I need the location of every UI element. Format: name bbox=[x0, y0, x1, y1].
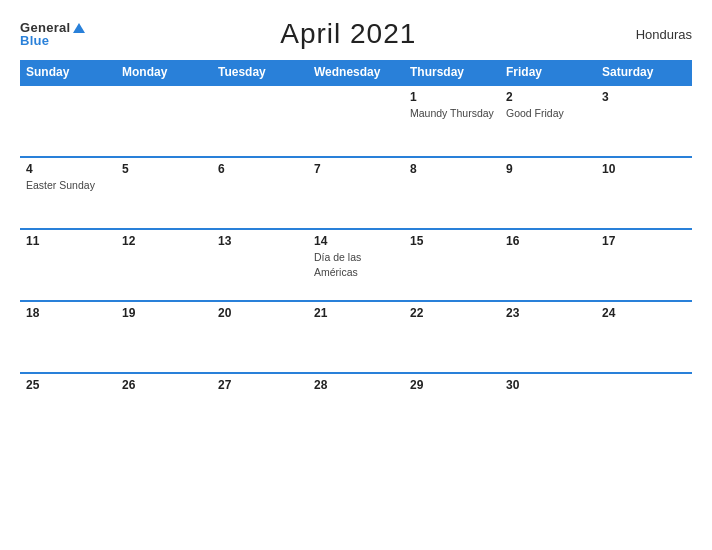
table-row: 9 bbox=[500, 157, 596, 229]
col-friday: Friday bbox=[500, 60, 596, 85]
col-sunday: Sunday bbox=[20, 60, 116, 85]
table-row: 12 bbox=[116, 229, 212, 301]
table-row: 2Good Friday bbox=[500, 85, 596, 157]
day-number: 25 bbox=[26, 378, 110, 392]
day-number: 11 bbox=[26, 234, 110, 248]
day-number: 28 bbox=[314, 378, 398, 392]
table-row bbox=[212, 85, 308, 157]
calendar-header: General Blue April 2021 Honduras bbox=[20, 18, 692, 50]
table-row: 4Easter Sunday bbox=[20, 157, 116, 229]
table-row: 30 bbox=[500, 373, 596, 445]
country-label: Honduras bbox=[612, 27, 692, 42]
table-row: 20 bbox=[212, 301, 308, 373]
day-number: 17 bbox=[602, 234, 686, 248]
day-number: 12 bbox=[122, 234, 206, 248]
day-number: 9 bbox=[506, 162, 590, 176]
day-number: 15 bbox=[410, 234, 494, 248]
table-row: 19 bbox=[116, 301, 212, 373]
col-wednesday: Wednesday bbox=[308, 60, 404, 85]
day-event: Día de las Américas bbox=[314, 251, 361, 278]
table-row bbox=[596, 373, 692, 445]
calendar-table: Sunday Monday Tuesday Wednesday Thursday… bbox=[20, 60, 692, 445]
day-number: 24 bbox=[602, 306, 686, 320]
day-number: 8 bbox=[410, 162, 494, 176]
table-row: 28 bbox=[308, 373, 404, 445]
calendar-body: 1Maundy Thursday2Good Friday34Easter Sun… bbox=[20, 85, 692, 445]
day-number: 23 bbox=[506, 306, 590, 320]
table-row: 17 bbox=[596, 229, 692, 301]
month-title: April 2021 bbox=[85, 18, 612, 50]
table-row: 8 bbox=[404, 157, 500, 229]
table-row: 11 bbox=[20, 229, 116, 301]
day-number: 2 bbox=[506, 90, 590, 104]
day-number: 3 bbox=[602, 90, 686, 104]
table-row: 7 bbox=[308, 157, 404, 229]
table-row: 6 bbox=[212, 157, 308, 229]
day-event: Good Friday bbox=[506, 107, 564, 119]
day-event: Maundy Thursday bbox=[410, 107, 494, 119]
logo: General Blue bbox=[20, 21, 85, 47]
calendar-page: General Blue April 2021 Honduras Sunday … bbox=[0, 0, 712, 550]
day-number: 20 bbox=[218, 306, 302, 320]
table-row: 10 bbox=[596, 157, 692, 229]
col-saturday: Saturday bbox=[596, 60, 692, 85]
day-number: 29 bbox=[410, 378, 494, 392]
col-tuesday: Tuesday bbox=[212, 60, 308, 85]
day-number: 19 bbox=[122, 306, 206, 320]
day-number: 22 bbox=[410, 306, 494, 320]
table-row: 1Maundy Thursday bbox=[404, 85, 500, 157]
day-number: 7 bbox=[314, 162, 398, 176]
table-row: 23 bbox=[500, 301, 596, 373]
day-number: 6 bbox=[218, 162, 302, 176]
table-row: 27 bbox=[212, 373, 308, 445]
logo-blue-text: Blue bbox=[20, 34, 49, 47]
table-row bbox=[116, 85, 212, 157]
table-row: 13 bbox=[212, 229, 308, 301]
day-number: 30 bbox=[506, 378, 590, 392]
table-row: 24 bbox=[596, 301, 692, 373]
day-number: 27 bbox=[218, 378, 302, 392]
day-number: 10 bbox=[602, 162, 686, 176]
table-row: 22 bbox=[404, 301, 500, 373]
table-row: 21 bbox=[308, 301, 404, 373]
day-number: 13 bbox=[218, 234, 302, 248]
col-monday: Monday bbox=[116, 60, 212, 85]
day-number: 26 bbox=[122, 378, 206, 392]
table-row: 16 bbox=[500, 229, 596, 301]
day-number: 21 bbox=[314, 306, 398, 320]
table-row: 29 bbox=[404, 373, 500, 445]
day-number: 16 bbox=[506, 234, 590, 248]
table-row bbox=[20, 85, 116, 157]
calendar-header-row: Sunday Monday Tuesday Wednesday Thursday… bbox=[20, 60, 692, 85]
col-thursday: Thursday bbox=[404, 60, 500, 85]
table-row: 18 bbox=[20, 301, 116, 373]
day-number: 18 bbox=[26, 306, 110, 320]
day-number: 14 bbox=[314, 234, 398, 248]
table-row: 15 bbox=[404, 229, 500, 301]
table-row: 3 bbox=[596, 85, 692, 157]
table-row: 26 bbox=[116, 373, 212, 445]
day-number: 1 bbox=[410, 90, 494, 104]
logo-triangle-icon bbox=[73, 23, 85, 33]
table-row bbox=[308, 85, 404, 157]
day-number: 4 bbox=[26, 162, 110, 176]
day-number: 5 bbox=[122, 162, 206, 176]
table-row: 14Día de las Américas bbox=[308, 229, 404, 301]
day-event: Easter Sunday bbox=[26, 179, 95, 191]
table-row: 25 bbox=[20, 373, 116, 445]
table-row: 5 bbox=[116, 157, 212, 229]
